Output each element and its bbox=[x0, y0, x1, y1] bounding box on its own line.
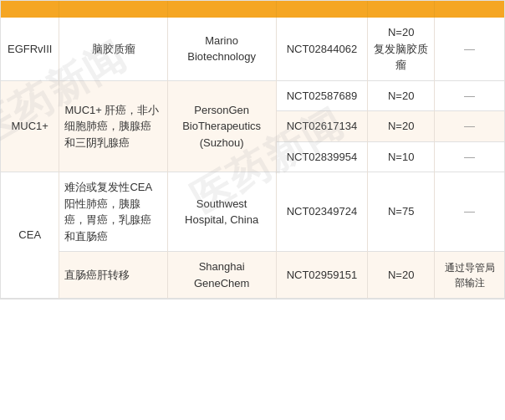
cell-subjects: N=20 bbox=[368, 252, 435, 299]
cell-subjects: N=10 bbox=[368, 141, 435, 172]
cell-trial: NCT02959151 bbox=[276, 252, 368, 299]
cell-notes: — bbox=[435, 18, 504, 80]
cell-notes: 通过导管局部输注 bbox=[435, 252, 504, 299]
cell-trial: NCT02617134 bbox=[276, 111, 368, 142]
cell-cancer: 脑胶质瘤 bbox=[59, 18, 167, 80]
header-row bbox=[1, 1, 504, 18]
header-subjects bbox=[368, 1, 435, 18]
cell-notes: — bbox=[435, 172, 504, 252]
cell-trial: NCT02349724 bbox=[276, 172, 368, 252]
cell-notes: — bbox=[435, 111, 504, 142]
header-antigen bbox=[1, 1, 59, 18]
table-row: CEA难治或复发性CEA 阳性肺癌，胰腺癌，胃癌，乳腺癌和直肠癌Southwes… bbox=[1, 172, 504, 252]
cell-subjects: N=20 bbox=[368, 80, 435, 111]
cell-trial: NCT02844062 bbox=[276, 18, 368, 80]
cell-antigen: CEA bbox=[1, 172, 59, 299]
cell-cancer: 直肠癌肝转移 bbox=[59, 252, 167, 299]
cell-subjects: N=20复发脑胶质瘤 bbox=[368, 18, 435, 80]
cell-company: PersonGenBioTherapeutics(Suzhou) bbox=[167, 80, 276, 172]
cell-company: ShanghaiGeneChem bbox=[167, 252, 276, 299]
cell-antigen: EGFRvIII bbox=[1, 18, 59, 80]
header-cancer bbox=[59, 1, 167, 18]
cell-trial: NCT02587689 bbox=[276, 80, 368, 111]
main-table-wrapper: EGFRvIII脑胶质瘤MarinoBiotechnologyNCT028440… bbox=[0, 0, 505, 300]
table-row: EGFRvIII脑胶质瘤MarinoBiotechnologyNCT028440… bbox=[1, 18, 504, 80]
cell-notes: — bbox=[435, 141, 504, 172]
table-row: MUC1+MUC1+ 肝癌，非小细胞肺癌，胰腺癌和三阴乳腺癌PersonGenB… bbox=[1, 80, 504, 111]
data-table: EGFRvIII脑胶质瘤MarinoBiotechnologyNCT028440… bbox=[1, 1, 504, 299]
table-row: 直肠癌肝转移ShanghaiGeneChemNCT02959151N=20通过导… bbox=[1, 252, 504, 299]
cell-trial: NCT02839954 bbox=[276, 141, 368, 172]
header-trial bbox=[276, 1, 368, 18]
header-notes bbox=[435, 1, 504, 18]
cell-subjects: N=75 bbox=[368, 172, 435, 252]
cell-cancer: MUC1+ 肝癌，非小细胞肺癌，胰腺癌和三阴乳腺癌 bbox=[59, 80, 167, 172]
cell-subjects: N=20 bbox=[368, 111, 435, 142]
cell-notes: — bbox=[435, 80, 504, 111]
cell-cancer: 难治或复发性CEA 阳性肺癌，胰腺癌，胃癌，乳腺癌和直肠癌 bbox=[59, 172, 167, 252]
cell-company: MarinoBiotechnology bbox=[167, 18, 276, 80]
cell-antigen: MUC1+ bbox=[1, 80, 59, 172]
header-company bbox=[167, 1, 276, 18]
cell-company: SouthwestHospital, China bbox=[167, 172, 276, 252]
